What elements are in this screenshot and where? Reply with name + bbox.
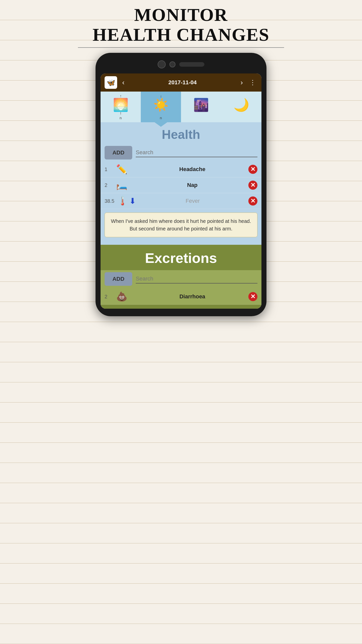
health-note[interactable]: When I've asked him where does it hurt h… — [105, 213, 257, 237]
diarrhoea-icon: 💩 — [116, 291, 127, 302]
excretions-search-input[interactable] — [136, 274, 257, 283]
fever-number: 38.5 — [105, 198, 114, 204]
fever-delete-icon: ✕ — [248, 196, 257, 206]
fever-label: Fever — [140, 198, 246, 204]
app-logo-icon: 🦋 — [107, 78, 115, 87]
headache-label: Headache — [139, 166, 246, 173]
health-item-nap: 2 🛏️ Nap ✕ — [101, 177, 261, 193]
morning-label: ! — [120, 111, 121, 116]
headache-icon: ✏️ — [116, 164, 127, 175]
health-title: Health — [162, 128, 200, 142]
health-add-button[interactable]: ADD — [105, 146, 132, 159]
phone-camera-main — [158, 60, 166, 68]
title-divider — [78, 47, 284, 48]
phone-camera-secondary — [169, 61, 175, 67]
excretions-add-button[interactable]: ADD — [105, 272, 132, 286]
diarrhoea-label: Diarrhoea — [139, 293, 246, 300]
phone-speaker — [179, 62, 204, 67]
app-logo: 🦋 — [105, 76, 117, 89]
nap-icon-area: 🛏️ — [116, 180, 136, 190]
phone-screen: 🦋 ‹ 2017-11-04 › ⋮ ↑ 🌅 ! n ↓ ☀ — [101, 73, 261, 309]
fever-down-arrow: ⬇ — [129, 196, 136, 206]
nap-icon: 🛏️ — [116, 180, 127, 190]
health-item-fever: 38.5 🌡️ ⬇ Fever ✕ — [101, 193, 261, 209]
diarrhoea-delete-button[interactable]: ✕ — [248, 292, 257, 301]
nap-number: 2 — [105, 182, 114, 188]
morning-sublabel: n — [120, 116, 122, 120]
excretions-controls: ADD — [101, 270, 261, 289]
health-title-bar: Health — [101, 122, 261, 146]
headache-icon-area: ✏️ — [116, 164, 136, 175]
fever-delete-button[interactable]: ✕ — [248, 196, 257, 206]
phone-top-bar — [101, 60, 261, 68]
nap-delete-button[interactable]: ✕ — [248, 181, 257, 190]
headache-delete-icon: ✕ — [248, 165, 257, 174]
nap-label: Nap — [139, 182, 246, 188]
diarrhoea-number: 2 — [105, 294, 114, 300]
next-date-button[interactable]: › — [238, 78, 245, 87]
health-item-headache: 1 ✏️ Headache ✕ — [101, 162, 261, 177]
time-period-noon[interactable]: ↓ ☀️ n — [141, 92, 181, 122]
diarrhoea-delete-icon: ✕ — [248, 292, 257, 301]
health-search-wrap — [136, 148, 257, 157]
noon-icon: ☀️ — [153, 99, 169, 111]
excretions-section: Excretions ADD 2 💩 Diarrhoea ✕ — [101, 245, 261, 309]
evening-icon: 🌆 — [193, 99, 209, 111]
fever-icon-area: 🌡️ ⬇ — [117, 196, 137, 206]
phone-frame: 🦋 ‹ 2017-11-04 › ⋮ ↑ 🌅 ! n ↓ ☀ — [96, 53, 266, 316]
nap-delete-icon: ✕ — [248, 181, 257, 190]
excretions-title-bar: Excretions — [101, 245, 261, 270]
page-title: MONITOR HEALTH CHANGES — [93, 5, 269, 45]
time-periods-row: ↑ 🌅 ! n ↓ ☀️ n 🌆 — [101, 92, 261, 122]
excretions-search-wrap — [136, 274, 257, 284]
health-section: Health ADD 1 ✏️ Headache ✕ — [101, 122, 261, 245]
noon-sublabel: n — [160, 116, 162, 120]
excretions-title: Excretions — [145, 250, 217, 266]
current-date: 2017-11-04 — [129, 79, 235, 86]
menu-button[interactable]: ⋮ — [248, 79, 257, 87]
health-controls: ADD — [101, 146, 261, 162]
health-search-input[interactable] — [136, 148, 257, 157]
excretions-item-diarrhoea: 2 💩 Diarrhoea ✕ — [101, 289, 261, 305]
app-toolbar: 🦋 ‹ 2017-11-04 › ⋮ — [101, 73, 261, 92]
time-period-morning[interactable]: ↑ 🌅 ! n — [101, 92, 141, 122]
headache-number: 1 — [105, 167, 114, 172]
diarrhoea-icon-area: 💩 — [116, 291, 136, 302]
page-wrapper: MONITOR HEALTH CHANGES 🦋 ‹ 2017-11-04 › … — [78, 0, 284, 644]
thermometer-icon: 🌡️ — [117, 196, 128, 206]
headache-delete-button[interactable]: ✕ — [248, 165, 257, 174]
morning-icon: 🌅 — [113, 99, 128, 111]
night-icon: 🌙 — [234, 99, 249, 111]
time-period-night[interactable]: 🌙 — [221, 92, 261, 122]
time-period-evening[interactable]: 🌆 — [181, 92, 221, 122]
prev-date-button[interactable]: ‹ — [120, 78, 127, 87]
